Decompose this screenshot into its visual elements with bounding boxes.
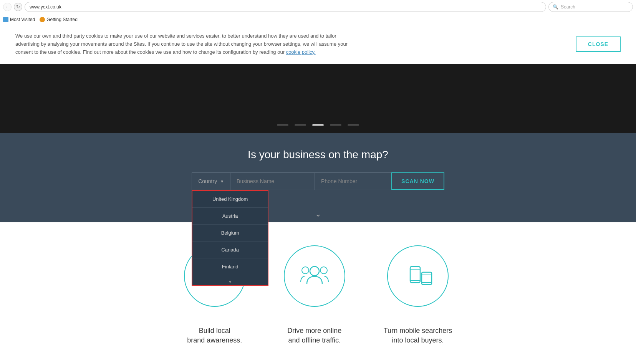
- chevron-section: ⌄: [0, 205, 636, 222]
- browser-chrome: ← ↻ www.yext.co.uk 🔍 Search Most Visited…: [0, 0, 636, 25]
- dropdown-item-austria[interactable]: Austria: [192, 208, 268, 225]
- hero-dot-2[interactable]: [295, 124, 306, 126]
- cookie-close-button[interactable]: CLOSE: [576, 36, 621, 52]
- feature-title-0: Build local brand awareness.: [184, 316, 245, 345]
- browser-toolbar: ← ↻ www.yext.co.uk 🔍 Search: [0, 0, 636, 14]
- scroll-down-indicator: ▼: [192, 278, 268, 285]
- cookie-banner: We use our own and third party cookies t…: [0, 25, 636, 64]
- scan-title: Is your business on the map?: [8, 149, 628, 161]
- features-row: Build local brand awareness. Drive more …: [15, 245, 621, 345]
- scan-section: Is your business on the map? Country ▼ U…: [0, 133, 636, 205]
- hero-dot-3[interactable]: [312, 124, 324, 126]
- scroll-down-arrow-icon[interactable]: ⌄: [315, 209, 321, 218]
- hero-dots: [277, 124, 359, 126]
- feature-title-1: Drive more online and offline traffic.: [284, 316, 345, 345]
- business-name-input[interactable]: [230, 172, 315, 190]
- scan-form: Country ▼ United Kingdom Austria Belgium…: [8, 172, 628, 190]
- dropdown-item-belgium[interactable]: Belgium: [192, 225, 268, 242]
- svg-point-11: [310, 266, 319, 276]
- bookmark-label-most-visited: Most Visited: [10, 17, 35, 22]
- feature-item-1: Drive more online and offline traffic.: [284, 245, 345, 345]
- getting-started-icon: [40, 17, 45, 22]
- scan-now-button[interactable]: SCAN NOW: [391, 172, 444, 190]
- dropdown-item-uk[interactable]: United Kingdom: [192, 191, 268, 208]
- hero-dot-5[interactable]: [348, 124, 359, 126]
- chevron-down-icon: ▼: [220, 179, 224, 184]
- address-bar[interactable]: www.yext.co.uk: [25, 2, 546, 12]
- most-visited-icon: [3, 17, 8, 22]
- cookie-policy-link[interactable]: cookie policy.: [286, 49, 316, 55]
- feature-icon-mobile: [387, 245, 449, 307]
- svg-point-13: [320, 267, 327, 274]
- bookmark-getting-started[interactable]: Getting Started: [40, 17, 78, 22]
- phone-number-input[interactable]: [315, 172, 391, 190]
- svg-point-12: [302, 267, 309, 274]
- feature-icon-traffic: [284, 245, 345, 307]
- country-label: Country: [198, 178, 217, 184]
- search-placeholder: Search: [561, 4, 575, 10]
- hero-dot-1[interactable]: [277, 124, 288, 126]
- search-bar[interactable]: 🔍 Search: [548, 2, 633, 12]
- country-dropdown-menu: United Kingdom Austria Belgium Canada Fi…: [192, 190, 268, 286]
- hero-dot-4[interactable]: [330, 124, 341, 126]
- feature-item-2: Turn mobile searchers into local buyers.: [384, 245, 452, 345]
- feature-title-2: Turn mobile searchers into local buyers.: [384, 316, 452, 345]
- forward-button[interactable]: ↻: [14, 3, 22, 11]
- back-button[interactable]: ←: [3, 3, 12, 11]
- bookmark-label-getting-started: Getting Started: [46, 17, 78, 22]
- bookmark-most-visited[interactable]: Most Visited: [3, 17, 35, 22]
- country-button[interactable]: Country ▼: [192, 172, 230, 190]
- content-section: Build local brand awareness. Drive more …: [0, 222, 636, 364]
- dropdown-item-finland[interactable]: Finland: [192, 258, 268, 275]
- country-dropdown: Country ▼ United Kingdom Austria Belgium…: [192, 172, 230, 190]
- bookmarks-bar: Most Visited Getting Started: [0, 14, 636, 25]
- cookie-text: We use our own and third party cookies t…: [15, 32, 361, 56]
- search-icon: 🔍: [553, 4, 558, 10]
- dropdown-item-canada[interactable]: Canada: [192, 242, 268, 258]
- url-text: www.yext.co.uk: [30, 4, 61, 10]
- hero-section: [0, 64, 636, 133]
